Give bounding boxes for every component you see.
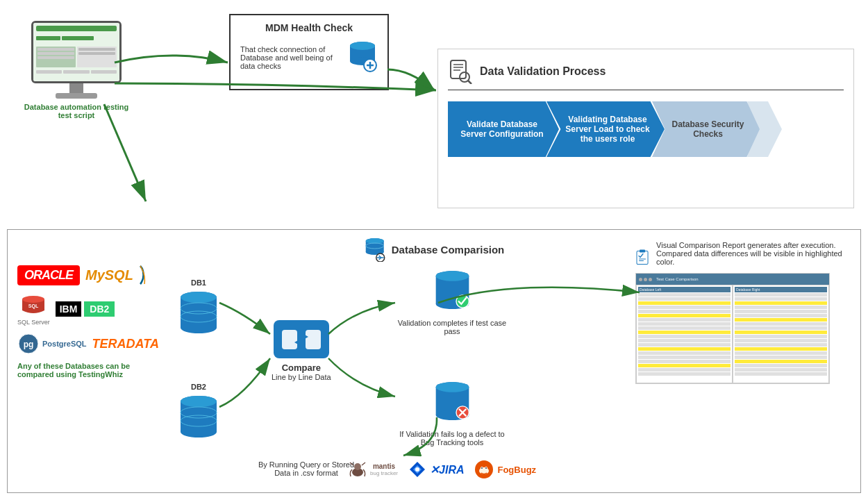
mdm-health-check-box: MDM Health Check That check connection o… <box>229 14 389 90</box>
validation-box: Data Validation Process Validate Databas… <box>437 49 854 208</box>
validation-header: Data Validation Process <box>448 59 844 90</box>
report-content: Database Left <box>636 285 829 383</box>
jira-logo: ✕JIRA <box>408 460 464 479</box>
svg-point-49 <box>435 382 469 392</box>
bottom-caption: Any of these Databases can be compared u… <box>17 362 149 378</box>
svg-line-53 <box>350 462 353 465</box>
report-screenshot: Test Case Comparison Database Left <box>635 273 830 384</box>
report-header-area: Visual Comparison Report generates after… <box>635 241 851 273</box>
compare-arrows-icon <box>274 320 329 358</box>
oracle-logo: ORACLE <box>17 265 80 285</box>
val-fail-label: If Validation fails log a defect to Bug … <box>397 430 508 447</box>
ibm-db2-logo: IBM DB2 <box>56 301 115 317</box>
mdm-description: That check connection of Database and we… <box>240 45 340 70</box>
sqlserver-icon: SQL <box>19 292 47 317</box>
fogbugz-icon <box>474 459 494 480</box>
top-section: Database automation testing test script … <box>7 7 861 222</box>
report-area: Visual Comparison Report generates after… <box>635 241 851 384</box>
comparison-title-text: Database Comparision <box>392 244 505 256</box>
svg-point-55 <box>415 467 419 472</box>
svg-point-44 <box>435 271 469 281</box>
db1-area: DB1 <box>178 278 219 340</box>
validation-steps: Validate Database Server Configuration V… <box>448 101 844 157</box>
mysql-fin-icon <box>135 265 146 285</box>
svg-rect-38 <box>306 330 321 349</box>
mdm-title: MDM Health Check <box>240 22 378 33</box>
mdm-body: That check connection of Database and we… <box>240 39 378 76</box>
step2-box: Validating Database Server Load to check… <box>546 101 665 157</box>
computer-illustration: Database automation testing test script <box>21 21 132 119</box>
teradata-logo: TERADATA <box>92 337 159 351</box>
compare-label: Compare <box>272 362 331 373</box>
jira-icon <box>408 460 427 479</box>
mdm-db-icon <box>347 39 378 76</box>
step3-box: Database Security Checks <box>652 101 760 157</box>
svg-point-3 <box>350 42 375 50</box>
svg-point-61 <box>485 467 487 469</box>
val-pass-label: Validation completes if test case pass <box>397 319 508 335</box>
svg-rect-67 <box>639 260 644 261</box>
mantis-logo: mantis bug tracker <box>348 460 398 479</box>
query-label: By Running Query or Stored Data in .csv … <box>258 460 355 477</box>
svg-rect-64 <box>637 251 648 264</box>
report-window-header: Test Case Comparison <box>636 274 829 285</box>
svg-point-21 <box>22 296 44 303</box>
monitor <box>31 21 122 83</box>
db1-cylinder <box>178 289 219 338</box>
db2-area: DB2 <box>178 383 219 444</box>
svg-point-60 <box>481 467 483 469</box>
svg-text:pg: pg <box>24 340 34 349</box>
postgres-row: pg PostgreSQL TERADATA <box>17 333 149 355</box>
db2-label: DB2 <box>178 383 219 391</box>
sqlserver-row: SQL SQL Server IBM DB2 <box>17 292 149 326</box>
bug-track-area: mantis bug tracker ✕JIRA <box>348 459 536 480</box>
db-comparison-title: Database Comparision <box>364 237 505 262</box>
svg-point-33 <box>181 426 217 438</box>
compare-box: Compare Line by Line Data <box>272 320 331 381</box>
validation-icon <box>448 59 473 84</box>
validation-title: Data Validation Process <box>480 65 606 78</box>
db2-cylinder <box>178 393 219 442</box>
svg-point-34 <box>181 396 217 407</box>
svg-rect-65 <box>640 249 645 252</box>
report-text: Visual Comparison Report generates after… <box>656 241 851 266</box>
report-right-panel: Database Right <box>733 285 829 383</box>
ibm-text: IBM <box>56 301 82 317</box>
svg-rect-37 <box>282 330 297 349</box>
svg-point-28 <box>181 292 217 303</box>
mantis-icon <box>348 460 367 479</box>
computer-label: Database automation testing test script <box>21 103 132 119</box>
step1-box: Validate Database Server Configuration <box>448 101 559 157</box>
svg-point-52 <box>354 463 361 470</box>
clipboard-icon <box>635 241 649 273</box>
svg-text:SQL: SQL <box>28 303 39 309</box>
db2-text: DB2 <box>84 301 115 317</box>
val-fail-cylinder <box>433 379 471 424</box>
postgresql-icon: pg <box>17 333 40 355</box>
db-comparison-icon <box>364 237 386 262</box>
val-pass-area: Validation completes if test case pass <box>397 268 508 335</box>
svg-line-12 <box>468 81 471 84</box>
report-left-panel: Database Left <box>636 285 733 383</box>
svg-point-11 <box>460 72 469 82</box>
compare-sublabel: Line by Line Data <box>272 373 331 381</box>
svg-line-54 <box>362 462 365 465</box>
oracle-row: ORACLE MySQL <box>17 265 149 285</box>
mysql-logo: MySQL <box>85 265 146 285</box>
db-logos-area: ORACLE MySQL SQL SQL Server <box>17 265 149 378</box>
svg-rect-66 <box>639 259 646 260</box>
bottom-section: Database Comparision ORACLE MySQL SQL <box>7 229 861 493</box>
postgresql-logo: pg PostgreSQL <box>17 333 87 355</box>
val-fail-area: If Validation fails log a defect to Bug … <box>397 379 508 447</box>
db1-label: DB1 <box>178 278 219 287</box>
fogbugz-logo: FogBugz <box>474 459 536 480</box>
val-pass-cylinder <box>433 268 471 313</box>
svg-point-27 <box>181 322 217 333</box>
sqlserver-logo: SQL SQL Server <box>17 292 50 326</box>
svg-rect-7 <box>451 60 466 78</box>
